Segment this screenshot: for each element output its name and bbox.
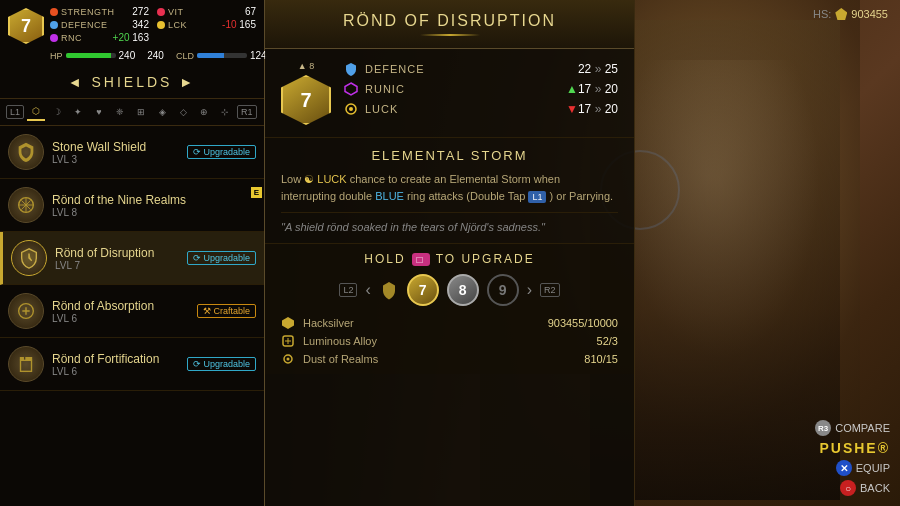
svg-marker-6 [282,317,294,329]
item-stats-area: ▲ 8 7 DEFENCE 22 » 25 RUNIC ▲17 » 20 [265,49,634,138]
shield-info-fortification: Rönd of Fortification LVL 6 [52,352,187,377]
o-button: ○ [840,480,856,496]
tab-plus[interactable]: ⊕ [195,103,213,121]
runic-stat-row: RUNIC ▲17 » 20 [343,81,618,97]
svg-point-9 [287,358,290,361]
tab-grid[interactable]: ⊞ [132,103,150,121]
materials-list: Hacksilver 903455/10000 Luminous Alloy 5… [281,316,618,366]
shield-info-absorption: Rönd of Absorption LVL 6 [52,299,197,324]
pusher-logo: PUSHE® [819,440,890,456]
second-hp-block: 240 [147,50,164,61]
vitality-stat: VIT 67 [157,6,256,17]
craftable-badge: ⚒ Craftable [197,304,256,318]
hacksilver-icon [835,8,847,20]
compare-label: COMPARE [835,422,890,434]
bottom-actions: R3 COMPARE PUSHE® ✕ EQUIP ○ BACK [815,420,890,496]
l2-badge[interactable]: L2 [339,283,357,297]
tab-chest[interactable]: ✦ [69,103,87,121]
item-level-badge: 7 [281,75,331,125]
upgradable-badge: ⟳ Upgradable [187,145,256,159]
upgrade-title: HOLD □ TO UPGRADE [281,252,618,266]
ability-desc: Low ☯ LUCK chance to create an Elemental… [281,171,618,204]
tab-heart[interactable]: ♥ [90,103,108,121]
hold-badge: □ [412,253,430,266]
luck-icon [343,101,359,117]
material-hacksilver: Hacksilver 903455/10000 [281,316,618,330]
tab-diamond[interactable]: ◈ [153,103,171,121]
tab-runic[interactable]: ☽ [48,103,66,121]
shield-name-nine-realms: Rönd of the Nine Realms [52,193,256,207]
strength-stat: STRENGTH 272 [50,6,149,17]
luck-stat: LCK -10 165 [157,19,256,30]
runic-stat: RNC +20 163 [50,32,149,43]
hs-value: 903455 [851,8,888,20]
tab-circle[interactable]: ◇ [174,103,192,121]
dust-mat-icon [281,352,295,366]
shield-item-nine-realms[interactable]: Rönd of the Nine Realms LVL 8 E [0,179,264,232]
tab-shield[interactable]: ⬡ [27,103,45,121]
tab-arrow[interactable]: ⊹ [216,103,234,121]
hs-label: HS: [813,8,831,20]
r1-badge[interactable]: R1 [237,105,257,119]
shield-icon-fortification [8,346,44,382]
shield-item-stone-wall[interactable]: Stone Wall Shield LVL 3 ⟳ Upgradable [0,126,264,179]
tab-snow[interactable]: ❈ [111,103,129,121]
material-luminous-alloy: Luminous Alloy 52/3 [281,334,618,348]
back-label: BACK [860,482,890,494]
shield-name-fortification: Rönd of Fortification [52,352,187,366]
new-badge: E [251,187,262,198]
player-level: 7 [21,16,31,37]
title-decoration [420,34,480,36]
item-title-bar: RÖND OF DISRUPTION [265,0,634,49]
shield-name-absorption: Rönd of Absorption [52,299,197,313]
upgrade-section: HOLD □ TO UPGRADE L2 ‹ 7 8 9 › R2 Hacksi… [265,244,634,374]
runic-icon [343,81,359,97]
compare-button[interactable]: R3 COMPARE [815,420,890,436]
future-level-circle: 9 [487,274,519,306]
shield-icon-stone-wall [8,134,44,170]
shield-info-nine-realms: Rönd of the Nine Realms LVL 8 [52,193,256,218]
hp-cld-section: HP 240 240 CLD 124 [0,47,264,66]
hs-display: HS: 903455 [813,8,888,20]
x-button: ✕ [836,460,852,476]
r3-badge: R3 [815,420,831,436]
ability-section: ELEMENTAL STORM Low ☯ LUCK chance to cre… [265,138,634,244]
shield-item-absorption[interactable]: Rönd of Absorption LVL 6 ⚒ Craftable [0,285,264,338]
equip-button[interactable]: ✕ EQUIP [836,460,890,476]
upgradable-badge-fortification: ⟳ Upgradable [187,357,256,371]
defence-stat-row: DEFENCE 22 » 25 [343,61,618,77]
left-panel: 7 STRENGTH 272 VIT 67 DEFENCE 342 LCK [0,0,265,506]
shield-tabs: L1 ⬡ ☽ ✦ ♥ ❈ ⊞ ◈ ◇ ⊕ ⊹ R1 [0,99,264,126]
defence-icon [343,61,359,77]
r2-badge[interactable]: R2 [540,283,560,297]
shield-item-disruption[interactable]: Rönd of Disruption LVL 7 ⟳ Upgradable [0,232,264,285]
material-dust-realms: Dust of Realms 810/15 [281,352,618,366]
next-level-circle: 8 [447,274,479,306]
equip-label: EQUIP [856,462,890,474]
shield-icon-nine-realms [8,187,44,223]
alloy-mat-icon [281,334,295,348]
current-level-circle: 7 [407,274,439,306]
hp-block: HP 240 [50,50,135,61]
svg-rect-2 [21,360,32,371]
item-title: RÖND OF DISRUPTION [281,12,618,30]
upgrade-levels: L2 ‹ 7 8 9 › R2 [281,274,618,306]
shield-item-fortification[interactable]: Rönd of Fortification LVL 6 ⟳ Upgradable [0,338,264,391]
item-stats-list: DEFENCE 22 » 25 RUNIC ▲17 » 20 LUCK ▼17 … [343,61,618,125]
shield-name-disruption: Rönd of Disruption [55,246,187,260]
cld-block: CLD 124 [176,50,267,61]
back-button[interactable]: ○ BACK [840,480,890,496]
hacksilver-mat-icon [281,316,295,330]
defence-stat: DEFENCE 342 [50,19,149,30]
shield-info-disruption: Rönd of Disruption LVL 7 [55,246,187,271]
ability-title: ELEMENTAL STORM [281,148,618,163]
luck-stat-row: LUCK ▼17 » 20 [343,101,618,117]
shields-title: SHIELDS [0,66,264,99]
shield-list: Stone Wall Shield LVL 3 ⟳ Upgradable Rön… [0,126,264,391]
shield-icon-disruption [11,240,47,276]
upgradable-badge-disruption: ⟳ Upgradable [187,251,256,265]
l1-badge[interactable]: L1 [6,105,24,119]
shield-icon-absorption [8,293,44,329]
svg-point-5 [349,107,353,111]
middle-panel: RÖND OF DISRUPTION ▲ 8 7 DEFENCE 22 » 25 [265,0,635,506]
